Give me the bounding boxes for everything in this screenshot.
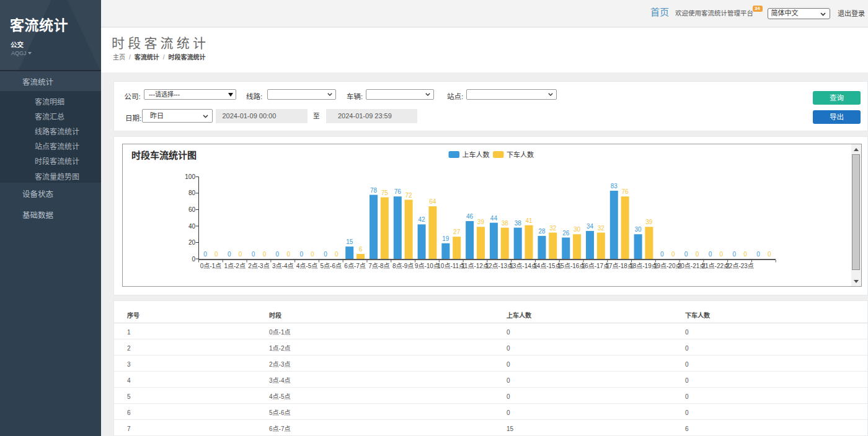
svg-text:30: 30: [574, 226, 581, 233]
svg-text:4点-5点: 4点-5点: [296, 263, 317, 269]
svg-text:7点-8点: 7点-8点: [368, 263, 389, 269]
svg-text:0: 0: [709, 251, 712, 258]
svg-text:0: 0: [324, 251, 327, 258]
svg-text:20: 20: [188, 239, 196, 246]
svg-text:75: 75: [381, 190, 389, 196]
svg-text:1点-2点: 1点-2点: [224, 263, 245, 269]
svg-text:0: 0: [263, 251, 267, 258]
svg-text:28: 28: [538, 228, 546, 235]
svg-text:83: 83: [611, 183, 618, 190]
svg-text:76: 76: [622, 188, 629, 195]
svg-text:100: 100: [185, 173, 195, 180]
svg-text:0: 0: [239, 251, 242, 258]
svg-text:0: 0: [252, 251, 255, 258]
svg-text:0: 0: [696, 251, 699, 258]
svg-text:0: 0: [335, 251, 339, 258]
svg-text:34: 34: [587, 223, 594, 230]
svg-text:6点-7点: 6点-7点: [344, 263, 365, 269]
svg-text:38: 38: [515, 220, 522, 227]
svg-text:0: 0: [660, 251, 664, 258]
svg-text:0: 0: [286, 251, 290, 258]
svg-text:38: 38: [502, 220, 509, 227]
svg-text:0: 0: [215, 251, 218, 258]
svg-text:0: 0: [756, 251, 760, 258]
svg-text:0: 0: [684, 251, 688, 258]
svg-text:80: 80: [188, 190, 196, 196]
svg-text:5点-6点: 5点-6点: [321, 263, 342, 269]
svg-text:32: 32: [549, 225, 557, 232]
svg-text:32: 32: [598, 225, 605, 232]
svg-text:0: 0: [192, 256, 195, 263]
svg-text:40: 40: [188, 223, 196, 230]
svg-text:3点-4点: 3点-4点: [272, 263, 293, 269]
svg-text:时段车流统计图: 时段车流统计图: [131, 150, 197, 160]
svg-text:0: 0: [732, 251, 736, 258]
svg-text:上车人数: 上车人数: [463, 150, 490, 159]
svg-text:30: 30: [635, 226, 642, 233]
svg-text:76: 76: [394, 188, 402, 195]
svg-text:44: 44: [490, 215, 498, 222]
svg-text:0: 0: [719, 251, 723, 258]
svg-text:6: 6: [359, 246, 363, 253]
svg-text:39: 39: [645, 219, 653, 225]
svg-text:0: 0: [768, 251, 771, 258]
svg-text:42: 42: [418, 216, 426, 223]
svg-text:46: 46: [466, 213, 474, 220]
svg-text:9点-10点: 9点-10点: [415, 263, 440, 269]
svg-text:0: 0: [311, 251, 314, 258]
svg-text:0: 0: [276, 251, 280, 258]
svg-text:0: 0: [228, 251, 231, 258]
svg-text:39: 39: [477, 219, 485, 225]
svg-text:0点-1点: 0点-1点: [200, 263, 221, 269]
svg-text:26: 26: [562, 230, 570, 237]
svg-text:2点-3点: 2点-3点: [248, 263, 269, 269]
svg-text:0: 0: [203, 251, 207, 258]
svg-text:15: 15: [346, 238, 353, 245]
svg-text:78: 78: [370, 187, 378, 194]
svg-text:60: 60: [188, 206, 196, 213]
svg-text:22点-23点: 22点-23点: [725, 263, 754, 269]
svg-text:72: 72: [405, 192, 413, 199]
svg-text:19: 19: [442, 235, 450, 242]
svg-text:0: 0: [299, 251, 303, 258]
svg-text:0: 0: [743, 251, 747, 258]
svg-text:下车人数: 下车人数: [507, 150, 534, 159]
svg-text:64: 64: [429, 198, 436, 205]
svg-text:8点-9点: 8点-9点: [392, 263, 414, 269]
svg-text:0: 0: [671, 251, 675, 258]
svg-text:27: 27: [453, 229, 461, 235]
svg-text:41: 41: [525, 217, 533, 224]
